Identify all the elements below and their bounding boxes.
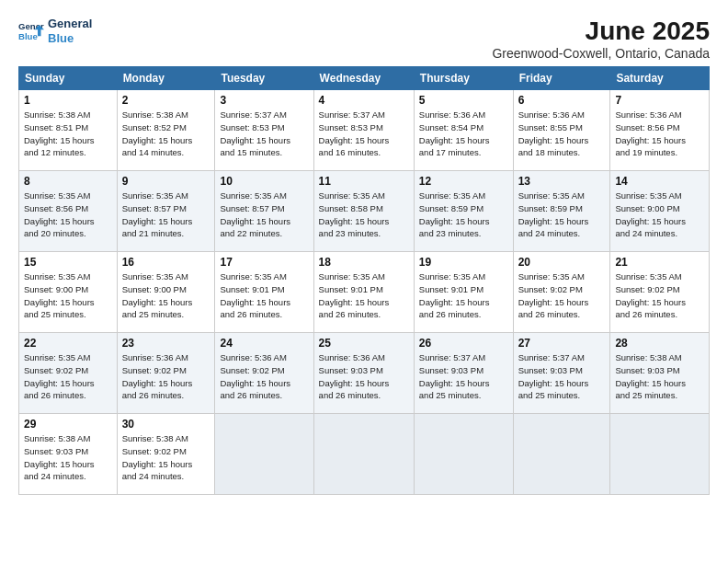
table-row: 10Sunrise: 5:35 AM Sunset: 8:57 PM Dayli… <box>215 171 313 252</box>
day-number: 1 <box>24 94 112 107</box>
table-row: 9Sunrise: 5:35 AM Sunset: 8:57 PM Daylig… <box>117 171 215 252</box>
header-saturday: Saturday <box>610 67 710 90</box>
day-info: Sunrise: 5:36 AM Sunset: 9:02 PM Dayligh… <box>122 351 210 402</box>
day-info: Sunrise: 5:35 AM Sunset: 9:02 PM Dayligh… <box>615 270 704 321</box>
day-number: 21 <box>615 256 704 269</box>
day-number: 27 <box>518 337 606 350</box>
day-number: 22 <box>24 337 112 350</box>
table-row: 14Sunrise: 5:35 AM Sunset: 9:00 PM Dayli… <box>610 171 710 252</box>
calendar-row: 15Sunrise: 5:35 AM Sunset: 9:00 PM Dayli… <box>19 252 710 333</box>
location-title: Greenwood-Coxwell, Ontario, Canada <box>492 46 710 61</box>
table-row: 22Sunrise: 5:35 AM Sunset: 9:02 PM Dayli… <box>19 333 118 414</box>
header: General Blue General Blue June 2025 Gree… <box>18 17 710 61</box>
day-number: 25 <box>319 337 409 350</box>
table-row <box>513 414 610 495</box>
table-row <box>215 414 313 495</box>
calendar-table: Sunday Monday Tuesday Wednesday Thursday… <box>18 66 710 495</box>
table-row: 23Sunrise: 5:36 AM Sunset: 9:02 PM Dayli… <box>117 333 215 414</box>
day-info: Sunrise: 5:35 AM Sunset: 9:01 PM Dayligh… <box>319 270 409 321</box>
day-info: Sunrise: 5:38 AM Sunset: 8:52 PM Dayligh… <box>122 109 210 159</box>
table-row: 20Sunrise: 5:35 AM Sunset: 9:02 PM Dayli… <box>513 252 610 333</box>
day-number: 18 <box>319 256 409 269</box>
table-row: 28Sunrise: 5:38 AM Sunset: 9:03 PM Dayli… <box>610 333 710 414</box>
header-tuesday: Tuesday <box>215 67 313 90</box>
day-number: 24 <box>220 337 308 350</box>
table-row: 7Sunrise: 5:36 AM Sunset: 8:56 PM Daylig… <box>610 90 710 171</box>
day-number: 13 <box>518 175 606 188</box>
day-number: 28 <box>615 337 704 350</box>
table-row: 27Sunrise: 5:37 AM Sunset: 9:03 PM Dayli… <box>513 333 610 414</box>
table-row: 19Sunrise: 5:35 AM Sunset: 9:01 PM Dayli… <box>414 252 513 333</box>
day-info: Sunrise: 5:35 AM Sunset: 8:56 PM Dayligh… <box>24 190 112 240</box>
header-friday: Friday <box>513 67 610 90</box>
day-number: 2 <box>122 94 210 107</box>
day-number: 20 <box>518 256 606 269</box>
day-number: 11 <box>319 175 409 188</box>
day-number: 6 <box>518 94 606 107</box>
table-row <box>414 414 513 495</box>
logo-blue: Blue <box>48 31 92 46</box>
day-info: Sunrise: 5:35 AM Sunset: 8:57 PM Dayligh… <box>220 190 308 240</box>
table-row <box>610 414 710 495</box>
logo-general: General <box>48 17 92 31</box>
day-number: 15 <box>24 256 112 269</box>
table-row: 1Sunrise: 5:38 AM Sunset: 8:51 PM Daylig… <box>19 90 118 171</box>
table-row: 18Sunrise: 5:35 AM Sunset: 9:01 PM Dayli… <box>313 252 414 333</box>
day-info: Sunrise: 5:35 AM Sunset: 9:01 PM Dayligh… <box>220 270 308 321</box>
day-number: 3 <box>220 94 308 107</box>
day-number: 29 <box>24 418 112 431</box>
day-number: 10 <box>220 175 308 188</box>
table-row: 8Sunrise: 5:35 AM Sunset: 8:56 PM Daylig… <box>19 171 118 252</box>
calendar-row: 22Sunrise: 5:35 AM Sunset: 9:02 PM Dayli… <box>19 333 710 414</box>
table-row: 21Sunrise: 5:35 AM Sunset: 9:02 PM Dayli… <box>610 252 710 333</box>
day-info: Sunrise: 5:38 AM Sunset: 8:51 PM Dayligh… <box>24 109 112 159</box>
day-info: Sunrise: 5:37 AM Sunset: 8:53 PM Dayligh… <box>220 109 308 159</box>
month-title: June 2025 <box>492 17 710 46</box>
svg-text:Blue: Blue <box>18 30 38 40</box>
day-info: Sunrise: 5:38 AM Sunset: 9:03 PM Dayligh… <box>615 351 704 402</box>
table-row: 2Sunrise: 5:38 AM Sunset: 8:52 PM Daylig… <box>117 90 215 171</box>
day-info: Sunrise: 5:35 AM Sunset: 9:02 PM Dayligh… <box>24 351 112 402</box>
table-row: 13Sunrise: 5:35 AM Sunset: 8:59 PM Dayli… <box>513 171 610 252</box>
table-row: 11Sunrise: 5:35 AM Sunset: 8:58 PM Dayli… <box>313 171 414 252</box>
table-row: 24Sunrise: 5:36 AM Sunset: 9:02 PM Dayli… <box>215 333 313 414</box>
table-row: 15Sunrise: 5:35 AM Sunset: 9:00 PM Dayli… <box>19 252 118 333</box>
table-row: 26Sunrise: 5:37 AM Sunset: 9:03 PM Dayli… <box>414 333 513 414</box>
table-row: 4Sunrise: 5:37 AM Sunset: 8:53 PM Daylig… <box>313 90 414 171</box>
header-wednesday: Wednesday <box>313 67 414 90</box>
title-block: June 2025 Greenwood-Coxwell, Ontario, Ca… <box>492 17 710 61</box>
day-info: Sunrise: 5:36 AM Sunset: 8:56 PM Dayligh… <box>615 109 704 159</box>
table-row: 17Sunrise: 5:35 AM Sunset: 9:01 PM Dayli… <box>215 252 313 333</box>
day-info: Sunrise: 5:35 AM Sunset: 9:00 PM Dayligh… <box>615 190 704 240</box>
day-number: 23 <box>122 337 210 350</box>
table-row: 30Sunrise: 5:38 AM Sunset: 9:02 PM Dayli… <box>117 414 215 495</box>
header-sunday: Sunday <box>19 67 118 90</box>
calendar-row: 8Sunrise: 5:35 AM Sunset: 8:56 PM Daylig… <box>19 171 710 252</box>
day-info: Sunrise: 5:37 AM Sunset: 9:03 PM Dayligh… <box>419 351 508 402</box>
day-info: Sunrise: 5:35 AM Sunset: 9:02 PM Dayligh… <box>518 270 606 321</box>
day-number: 8 <box>24 175 112 188</box>
day-info: Sunrise: 5:35 AM Sunset: 9:00 PM Dayligh… <box>24 270 112 321</box>
day-number: 5 <box>419 94 508 107</box>
day-info: Sunrise: 5:35 AM Sunset: 8:59 PM Dayligh… <box>419 190 508 240</box>
calendar-row: 29Sunrise: 5:38 AM Sunset: 9:03 PM Dayli… <box>19 414 710 495</box>
day-info: Sunrise: 5:35 AM Sunset: 9:00 PM Dayligh… <box>122 270 210 321</box>
header-monday: Monday <box>117 67 215 90</box>
day-number: 9 <box>122 175 210 188</box>
calendar-header-row: Sunday Monday Tuesday Wednesday Thursday… <box>19 67 710 90</box>
day-info: Sunrise: 5:36 AM Sunset: 8:55 PM Dayligh… <box>518 109 606 159</box>
table-row: 12Sunrise: 5:35 AM Sunset: 8:59 PM Dayli… <box>414 171 513 252</box>
day-info: Sunrise: 5:36 AM Sunset: 9:02 PM Dayligh… <box>220 351 308 402</box>
table-row: 16Sunrise: 5:35 AM Sunset: 9:00 PM Dayli… <box>117 252 215 333</box>
day-info: Sunrise: 5:38 AM Sunset: 9:02 PM Dayligh… <box>122 432 210 483</box>
day-number: 17 <box>220 256 308 269</box>
day-info: Sunrise: 5:36 AM Sunset: 8:54 PM Dayligh… <box>419 109 508 159</box>
day-info: Sunrise: 5:37 AM Sunset: 8:53 PM Dayligh… <box>319 109 409 159</box>
table-row: 5Sunrise: 5:36 AM Sunset: 8:54 PM Daylig… <box>414 90 513 171</box>
day-info: Sunrise: 5:35 AM Sunset: 9:01 PM Dayligh… <box>419 270 508 321</box>
table-row: 29Sunrise: 5:38 AM Sunset: 9:03 PM Dayli… <box>19 414 118 495</box>
day-number: 30 <box>122 418 210 431</box>
day-number: 16 <box>122 256 210 269</box>
day-info: Sunrise: 5:37 AM Sunset: 9:03 PM Dayligh… <box>518 351 606 402</box>
day-number: 19 <box>419 256 508 269</box>
